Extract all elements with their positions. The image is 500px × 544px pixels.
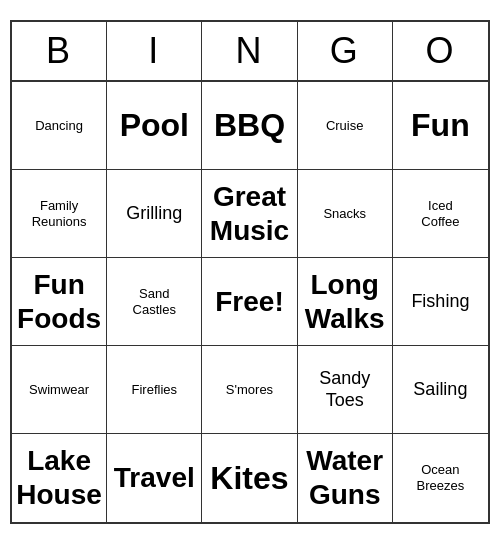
cell-text: FunFoods xyxy=(17,268,101,335)
cell-text: OceanBreezes xyxy=(417,462,465,493)
cell-text: SandyToes xyxy=(319,368,370,411)
cell-text: Swimwear xyxy=(29,382,89,398)
cell-text: BBQ xyxy=(214,106,285,144)
cell-text: IcedCoffee xyxy=(421,198,459,229)
bingo-cell: SandyToes xyxy=(298,346,393,434)
cell-text: LongWalks xyxy=(305,268,385,335)
cell-text: GreatMusic xyxy=(210,180,289,247)
bingo-cell: Snacks xyxy=(298,170,393,258)
cell-text: Travel xyxy=(114,461,195,495)
bingo-cell: WaterGuns xyxy=(298,434,393,522)
bingo-cell: Cruise xyxy=(298,82,393,170)
cell-text: Sailing xyxy=(413,379,467,401)
bingo-cell: Travel xyxy=(107,434,202,522)
bingo-grid: DancingPoolBBQCruiseFunFamilyReunionsGri… xyxy=(12,82,488,522)
header-letter: G xyxy=(298,22,393,80)
bingo-cell: S'mores xyxy=(202,346,297,434)
cell-text: Cruise xyxy=(326,118,364,134)
bingo-cell: Kites xyxy=(202,434,297,522)
bingo-card: BINGO DancingPoolBBQCruiseFunFamilyReuni… xyxy=(10,20,490,524)
cell-text: Grilling xyxy=(126,203,182,225)
cell-text: Snacks xyxy=(323,206,366,222)
cell-text: Dancing xyxy=(35,118,83,134)
bingo-cell: Free! xyxy=(202,258,297,346)
cell-text: S'mores xyxy=(226,382,273,398)
bingo-cell: FunFoods xyxy=(12,258,107,346)
header-letter: O xyxy=(393,22,488,80)
bingo-cell: Pool xyxy=(107,82,202,170)
bingo-cell: Grilling xyxy=(107,170,202,258)
cell-text: FamilyReunions xyxy=(32,198,87,229)
bingo-cell: LongWalks xyxy=(298,258,393,346)
cell-text: Fireflies xyxy=(132,382,178,398)
header-letter: I xyxy=(107,22,202,80)
bingo-cell: LakeHouse xyxy=(12,434,107,522)
bingo-cell: Swimwear xyxy=(12,346,107,434)
header-letter: N xyxy=(202,22,297,80)
bingo-cell: Dancing xyxy=(12,82,107,170)
cell-text: Kites xyxy=(210,459,288,497)
bingo-cell: SandCastles xyxy=(107,258,202,346)
cell-text: WaterGuns xyxy=(306,444,383,511)
bingo-cell: IcedCoffee xyxy=(393,170,488,258)
bingo-cell: BBQ xyxy=(202,82,297,170)
bingo-cell: Fishing xyxy=(393,258,488,346)
header-letter: B xyxy=(12,22,107,80)
bingo-cell: OceanBreezes xyxy=(393,434,488,522)
bingo-cell: GreatMusic xyxy=(202,170,297,258)
cell-text: SandCastles xyxy=(133,286,176,317)
bingo-cell: Sailing xyxy=(393,346,488,434)
cell-text: LakeHouse xyxy=(16,444,102,511)
cell-text: Pool xyxy=(120,106,189,144)
bingo-cell: Fun xyxy=(393,82,488,170)
cell-text: Fishing xyxy=(411,291,469,313)
bingo-cell: FamilyReunions xyxy=(12,170,107,258)
bingo-cell: Fireflies xyxy=(107,346,202,434)
cell-text: Free! xyxy=(215,285,283,319)
bingo-header: BINGO xyxy=(12,22,488,82)
cell-text: Fun xyxy=(411,106,470,144)
